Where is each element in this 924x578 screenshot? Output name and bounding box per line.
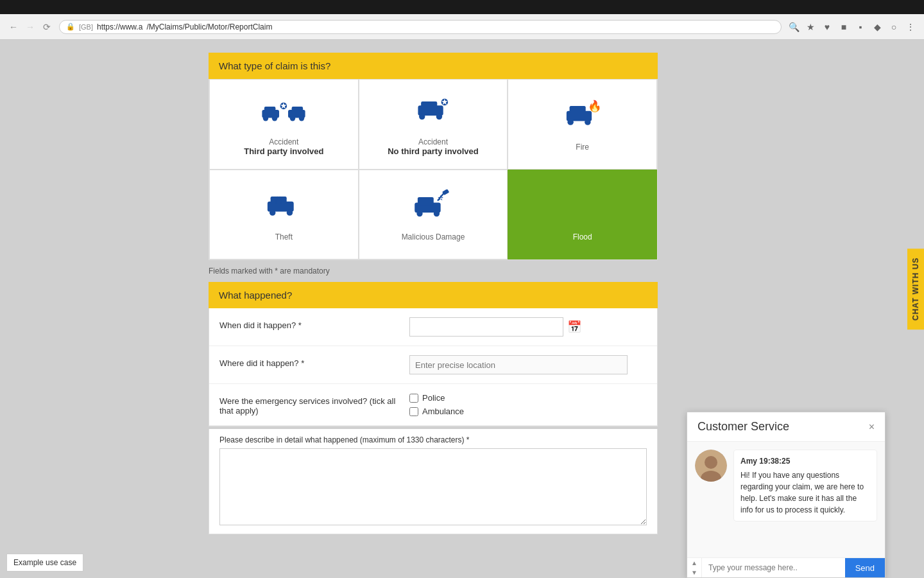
scroll-up-button[interactable]: ▲ [687, 558, 701, 568]
when-input-area: 📅 [409, 317, 647, 337]
malicious-damage-icon: ✫ [411, 188, 456, 226]
form-section: When did it happen? * 📅 Where did it hap… [209, 308, 658, 426]
police-checkbox-item[interactable]: Police [409, 393, 647, 403]
chat-message: Amy 19:38:25 Hi! If you have any questio… [695, 450, 877, 521]
agent-name-time: Amy 19:38:25 [740, 455, 870, 467]
example-badge: Example use case [6, 554, 83, 572]
svg-text:🔥: 🔥 [588, 99, 602, 113]
chat-title: Customer Service [697, 420, 789, 434]
where-input-area [409, 355, 647, 374]
chat-close-button[interactable]: × [869, 421, 875, 433]
describe-label: Please describe in detail what happened … [219, 435, 647, 444]
accident-no-tp-icon: ✪ [411, 92, 456, 131]
agent-avatar [695, 450, 727, 482]
main-form: What type of claim is this? [209, 53, 658, 578]
what-happened-title: What happened? [219, 290, 292, 301]
claim-card-accident-no-third-party[interactable]: ✪ Accident No third party involved [359, 79, 508, 170]
ambulance-checkbox-item[interactable]: Ambulance [409, 407, 647, 416]
flood-label: Flood [573, 232, 592, 241]
emergency-input-area: Police Ambulance [409, 393, 647, 416]
chat-scroll-buttons: ▲ ▼ [687, 558, 702, 577]
when-input[interactable] [409, 317, 563, 337]
describe-wrapper: Please describe in detail what happened … [209, 429, 657, 534]
accident-no-tp-sublabel: No third party involved [388, 146, 479, 156]
taskbar [0, 0, 924, 14]
police-checkbox[interactable] [409, 394, 418, 403]
svg-point-17 [567, 119, 573, 125]
chat-text-input[interactable] [702, 558, 845, 577]
mandatory-note: Fields marked with * are mandatory [209, 260, 658, 282]
describe-section: Please describe in detail what happened … [209, 429, 658, 534]
where-input[interactable] [409, 355, 628, 374]
claim-type-title: What type of claim is this? [219, 60, 330, 71]
nav-buttons: ← → ⟳ [6, 20, 54, 34]
fire-label: Fire [576, 143, 589, 152]
browser-toolbar: 🔍 ★ ♥ ■ ▪ ◆ ○ ⋮ [787, 20, 918, 34]
svg-point-2 [263, 116, 268, 121]
svg-rect-16 [569, 106, 585, 113]
claim-type-header: What type of claim is this? [209, 53, 658, 79]
claim-card-flood[interactable]: Flood [508, 170, 657, 259]
svg-rect-11 [421, 101, 437, 109]
extension-icon3[interactable]: ▪ [853, 20, 868, 34]
star-icon[interactable]: ★ [803, 20, 817, 34]
svg-point-12 [419, 113, 425, 119]
chat-body: Amy 19:38:25 Hi! If you have any questio… [687, 442, 885, 557]
region-tag: [GB] [79, 23, 93, 31]
fire-icon: 🔥 [560, 98, 605, 136]
emergency-row: Were the emergency services involved? (t… [209, 384, 657, 426]
lock-icon: 🔒 [66, 22, 75, 31]
menu-icon[interactable]: ⋮ [903, 20, 918, 34]
refresh-button[interactable]: ⟳ [40, 20, 54, 34]
accident-no-tp-label: Accident [418, 137, 448, 146]
svg-point-18 [585, 119, 590, 125]
extension-icon2[interactable]: ■ [837, 20, 851, 34]
where-label: Where did it happen? * [219, 355, 399, 368]
send-button[interactable]: Send [845, 558, 885, 577]
browser-chrome: ← → ⟳ 🔒 [GB] https://www.a /MyClaims/Pub… [0, 14, 924, 40]
calendar-icon[interactable]: 📅 [567, 320, 581, 334]
emergency-checkboxes: Police Ambulance [409, 393, 647, 416]
ambulance-checkbox[interactable] [409, 407, 418, 416]
police-label: Police [422, 393, 445, 403]
theft-icon [261, 188, 306, 226]
chat-input-area: ▲ ▼ Send [687, 557, 885, 577]
forward-button[interactable]: → [23, 20, 37, 34]
url-right: /MyClaims/Public/Motor/ReportClaim [146, 22, 272, 31]
svg-point-23 [287, 209, 293, 215]
url-left: https://www.a [97, 22, 142, 31]
svg-text:✫: ✫ [438, 194, 443, 202]
extension-icon5[interactable]: ○ [887, 20, 901, 34]
accident-tp-sublabel: Third party involved [244, 146, 323, 156]
claim-card-fire[interactable]: 🔥 Fire [508, 79, 657, 170]
search-icon[interactable]: 🔍 [787, 20, 801, 34]
chat-message-text: Hi! If you have any questions regarding … [740, 471, 864, 514]
message-bubble: Amy 19:38:25 Hi! If you have any questio… [733, 450, 877, 521]
address-bar[interactable]: 🔒 [GB] https://www.a /MyClaims/Public/Mo… [59, 20, 782, 34]
svg-point-28 [416, 210, 422, 216]
svg-point-8 [299, 116, 304, 121]
claim-card-malicious-damage[interactable]: ✫ Malicious Damage [359, 170, 508, 259]
where-row: Where did it happen? * [209, 346, 657, 384]
svg-rect-6 [292, 107, 304, 112]
malicious-damage-label: Malicious Damage [402, 232, 465, 241]
claim-card-theft[interactable]: Theft [209, 170, 359, 259]
chat-with-us-tab[interactable]: CHAT WITH US [907, 249, 924, 329]
when-row: When did it happen? * 📅 [209, 308, 657, 346]
back-button[interactable]: ← [6, 20, 21, 34]
describe-textarea[interactable] [219, 448, 647, 525]
chat-header: Customer Service × [687, 412, 885, 442]
ambulance-label: Ambulance [422, 407, 464, 416]
when-label: When did it happen? * [219, 317, 399, 330]
svg-text:✪: ✪ [280, 100, 288, 110]
extension-icon4[interactable]: ◆ [870, 20, 884, 34]
svg-point-13 [436, 113, 442, 119]
svg-rect-21 [271, 197, 287, 204]
emergency-label: Were the emergency services involved? (t… [219, 393, 399, 416]
extension-icon1[interactable]: ♥ [820, 20, 834, 34]
svg-point-38 [705, 456, 717, 469]
customer-service-chat: Customer Service × Amy 19:38:25 Hi! If y… [687, 412, 886, 578]
scroll-down-button[interactable]: ▼ [687, 568, 701, 577]
theft-label: Theft [275, 232, 293, 241]
claim-card-accident-third-party[interactable]: ✪ Accident Third party involved [209, 79, 359, 170]
